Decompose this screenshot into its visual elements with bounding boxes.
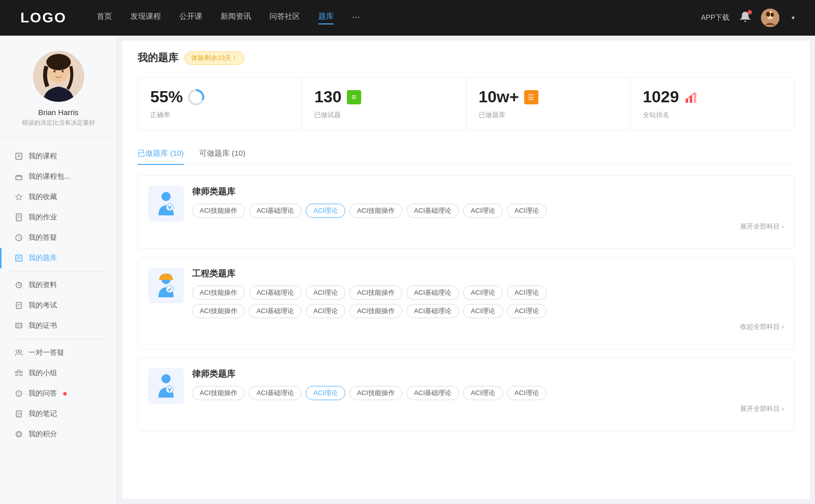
nav: 首页 发现课程 公开课 新闻资讯 问答社区 题库 ··· xyxy=(97,12,701,24)
quiz-section-2-header: 工程类题库 ACI技能操作 ACI基础理论 ACI理论 ACI技能操作 ACI基… xyxy=(148,268,784,331)
qa-icon: ? xyxy=(14,389,23,398)
sidebar-item-homework[interactable]: 我的作业 xyxy=(0,207,117,228)
sidebar-item-course[interactable]: 我的课程 xyxy=(0,146,117,166)
profile-section: Brian Harris 错误的决定比没有决定要好 xyxy=(0,51,117,138)
tab-available-banks[interactable]: 可做题库 (10) xyxy=(199,145,246,164)
tag-3-6[interactable]: ACI理论 xyxy=(507,386,547,400)
chart-bar-icon xyxy=(684,90,698,104)
sidebar-item-package[interactable]: 我的课程包... xyxy=(0,166,117,187)
sidebar-menu: 我的课程 我的课程包... xyxy=(0,146,117,444)
nav-quiz[interactable]: 题库 xyxy=(318,12,334,24)
sidebar-label-homework: 我的作业 xyxy=(29,213,57,222)
tag-3-5[interactable]: ACI理论 xyxy=(463,386,503,400)
star-icon xyxy=(14,192,23,202)
lawyer-category-icon-2 xyxy=(148,368,184,404)
quiz-section-3-title: 律师类题库 xyxy=(192,368,784,380)
tag-2-r2-4[interactable]: ACI基础理论 xyxy=(406,304,459,318)
tag-2-r2-3[interactable]: ACI技能操作 xyxy=(349,304,402,318)
stat-ranking-main: 1029 xyxy=(643,88,782,106)
tag-2-1[interactable]: ACI基础理论 xyxy=(249,286,302,300)
tag-2-3[interactable]: ACI技能操作 xyxy=(349,286,402,300)
tag-1-1[interactable]: ACI基础理论 xyxy=(249,204,302,218)
tag-2-r2-1[interactable]: ACI基础理论 xyxy=(249,304,302,318)
question-icon: ? xyxy=(14,233,23,242)
stat-accuracy: 55% 正确率 xyxy=(138,77,302,130)
tag-1-0[interactable]: ACI技能操作 xyxy=(192,204,245,218)
svg-point-9 xyxy=(62,70,64,73)
sidebar-item-oneone[interactable]: 一对一答疑 xyxy=(0,343,117,363)
sidebar-label-data: 我的资料 xyxy=(29,281,57,290)
expand-link-3[interactable]: 展开全部科目 › xyxy=(192,404,784,413)
tag-2-5[interactable]: ACI理论 xyxy=(463,286,503,300)
sidebar-item-cert[interactable]: 我的证书 xyxy=(0,316,117,336)
divider-2 xyxy=(10,339,106,340)
sidebar-item-qa[interactable]: ? 我的答疑 xyxy=(0,228,117,248)
notification-dot xyxy=(748,10,752,14)
tag-3-3[interactable]: ACI技能操作 xyxy=(349,386,402,400)
tag-2-r2-0[interactable]: ACI技能操作 xyxy=(192,304,245,318)
sidebar-label-favorites: 我的收藏 xyxy=(29,192,57,202)
quiz-section-1: 律师类题库 ACI技能操作 ACI基础理论 ACI理论 ACI技能操作 ACI基… xyxy=(138,175,795,249)
points-icon xyxy=(14,430,23,439)
expand-link-1[interactable]: 展开全部科目 › xyxy=(192,222,784,231)
sidebar-item-data[interactable]: 我的资料 xyxy=(0,275,117,295)
nav-discover[interactable]: 发现课程 xyxy=(130,12,161,24)
avatar[interactable] xyxy=(761,9,779,27)
sidebar: Brian Harris 错误的决定比没有决定要好 我的课程 xyxy=(0,36,117,504)
note-icon xyxy=(14,409,23,418)
sidebar-item-favorites[interactable]: 我的收藏 xyxy=(0,187,117,207)
sidebar-item-exam[interactable]: 我的考试 xyxy=(0,295,117,316)
quiz-section-3-content: 律师类题库 ACI技能操作 ACI基础理论 ACI理论 ACI技能操作 ACI基… xyxy=(192,368,784,413)
tag-3-1[interactable]: ACI基础理论 xyxy=(249,386,302,400)
svg-rect-55 xyxy=(694,93,696,103)
nav-qa[interactable]: 问答社区 xyxy=(269,12,300,24)
sidebar-item-points[interactable]: 我的积分 xyxy=(0,424,117,444)
tab-done-banks[interactable]: 已做题库 (10) xyxy=(138,145,184,164)
nav-news[interactable]: 新闻资讯 xyxy=(221,12,251,24)
svg-point-39 xyxy=(19,350,22,353)
profile-avatar xyxy=(33,51,84,102)
ranking-value: 1029 xyxy=(643,88,679,106)
quiz-section-2-tags-row2: ACI技能操作 ACI基础理论 ACI理论 ACI技能操作 ACI基础理论 AC… xyxy=(192,304,784,318)
document-icon: ≡ xyxy=(347,90,361,104)
data-icon xyxy=(14,281,23,290)
tag-2-r2-5[interactable]: ACI理论 xyxy=(463,304,503,318)
svg-point-50 xyxy=(17,433,20,436)
sidebar-item-myqa[interactable]: ? 我的问答 xyxy=(0,383,117,404)
sidebar-item-group[interactable]: 我的小组 xyxy=(0,363,117,383)
tag-3-4[interactable]: ACI基础理论 xyxy=(406,386,459,400)
user-menu-chevron[interactable]: ▾ xyxy=(792,14,795,21)
done-banks-value: 10w+ xyxy=(479,88,519,106)
tag-1-6[interactable]: ACI理论 xyxy=(507,204,547,218)
svg-rect-31 xyxy=(16,302,21,309)
tag-3-0[interactable]: ACI技能操作 xyxy=(192,386,245,400)
tag-2-0[interactable]: ACI技能操作 xyxy=(192,286,245,300)
tag-1-4[interactable]: ACI基础理论 xyxy=(406,204,459,218)
svg-point-42 xyxy=(20,371,22,373)
quiz-section-2-content: 工程类题库 ACI技能操作 ACI基础理论 ACI理论 ACI技能操作 ACI基… xyxy=(192,268,784,331)
nav-home[interactable]: 首页 xyxy=(97,12,112,24)
exam-icon xyxy=(14,301,23,310)
layout: Brian Harris 错误的决定比没有决定要好 我的课程 xyxy=(0,0,815,504)
tag-1-2[interactable]: ACI理论 xyxy=(306,204,345,218)
sidebar-label-group: 我的小组 xyxy=(29,369,57,378)
sidebar-item-quiz[interactable]: 我的题库 xyxy=(0,248,117,268)
svg-point-2 xyxy=(766,12,770,17)
tag-2-r2-6[interactable]: ACI理论 xyxy=(507,304,547,318)
tag-2-2[interactable]: ACI理论 xyxy=(306,286,345,300)
tag-2-4[interactable]: ACI基础理论 xyxy=(406,286,459,300)
tag-2-r2-2[interactable]: ACI理论 xyxy=(306,304,345,318)
app-download-link[interactable]: APP下载 xyxy=(701,13,729,22)
nav-more[interactable]: ··· xyxy=(352,12,360,24)
collapse-link-2[interactable]: 收起全部科目 › xyxy=(192,322,784,331)
tag-3-2[interactable]: ACI理论 xyxy=(306,386,345,400)
notification-bell[interactable] xyxy=(740,11,751,24)
svg-rect-13 xyxy=(16,176,22,180)
svg-point-7 xyxy=(46,54,71,70)
nav-opencourse[interactable]: 公开课 xyxy=(179,12,202,24)
sidebar-item-notes[interactable]: 我的笔记 xyxy=(0,404,117,424)
tag-2-6[interactable]: ACI理论 xyxy=(507,286,547,300)
tag-1-5[interactable]: ACI理论 xyxy=(463,204,503,218)
tag-1-3[interactable]: ACI技能操作 xyxy=(349,204,402,218)
sidebar-label-qa: 我的答疑 xyxy=(29,233,57,242)
